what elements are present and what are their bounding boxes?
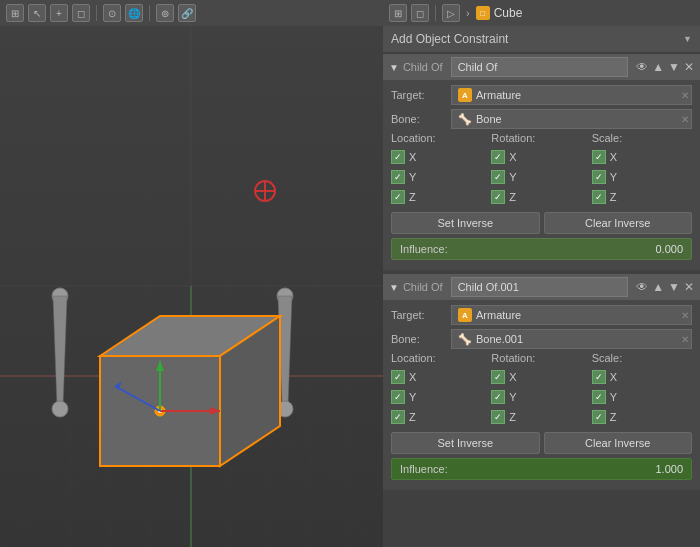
loc-z-cb-2[interactable] <box>391 410 405 424</box>
loc-y-label-1: Y <box>409 171 416 183</box>
scl-y-cb-1[interactable] <box>592 170 606 184</box>
influence-label-2: Influence: <box>392 463 456 475</box>
global-icon[interactable]: 🌐 <box>125 4 143 22</box>
rot-z-cb-2[interactable] <box>491 410 505 424</box>
constraint-name-input-2[interactable] <box>451 277 629 297</box>
loc-z-row-1: Z <box>391 188 491 206</box>
bone-input-2[interactable]: 🦴 Bone.001 ✕ <box>451 329 692 349</box>
target-clear-1[interactable]: ✕ <box>681 90 689 101</box>
scl-x-label-2: X <box>610 371 617 383</box>
bone-icon-2: 🦴 <box>458 333 472 346</box>
scl-y-row-1: Y <box>592 168 692 186</box>
target-input-2[interactable]: A Armature ✕ <box>451 305 692 325</box>
loc-x-cb-1[interactable] <box>391 150 405 164</box>
rotation-group-2: Rotation: X Y Z <box>491 352 591 426</box>
inverse-buttons-2: Set Inverse Clear Inverse <box>391 432 692 454</box>
constraint-collapse-1[interactable]: ▼ <box>389 62 399 73</box>
bone-label-2: Bone: <box>391 333 451 345</box>
panel-icon-2[interactable]: ◻ <box>411 4 429 22</box>
scl-z-cb-1[interactable] <box>592 190 606 204</box>
constraint-content-2: Target: A Armature ✕ Bone: 🦴 Bone.001 ✕ <box>383 300 700 490</box>
proportional-icon[interactable]: ⊚ <box>156 4 174 22</box>
constraint-collapse-2[interactable]: ▼ <box>389 282 399 293</box>
scl-y-row-2: Y <box>592 388 692 406</box>
loc-x-row-1: X <box>391 148 491 166</box>
scl-x-row-2: X <box>592 368 692 386</box>
panel-sep <box>435 5 436 21</box>
influence-row-1[interactable]: Influence: 0.000 <box>391 238 692 260</box>
svg-point-24 <box>52 401 68 417</box>
rot-z-label-1: Z <box>509 191 516 203</box>
loc-x-label-1: X <box>409 151 416 163</box>
clear-inverse-button-1[interactable]: Clear Inverse <box>544 212 693 234</box>
panel-icon-1[interactable]: ⊞ <box>389 4 407 22</box>
cube-label: Cube <box>494 6 523 20</box>
constraint-name-input-1[interactable] <box>451 57 629 77</box>
add-constraint-title: Add Object Constraint <box>391 32 508 46</box>
panel-nav-icon[interactable]: ▷ <box>442 4 460 22</box>
viewport-3d[interactable]: ⊞ ↖ + ◻ ⊙ 🌐 ⊚ 🔗 <box>0 0 383 547</box>
right-panel: ⊞ ◻ ▷ › □ Cube Add Object Constraint ▼ ▼… <box>383 0 700 547</box>
target-clear-2[interactable]: ✕ <box>681 310 689 321</box>
viewport-header: ⊞ ↖ + ◻ ⊙ 🌐 ⊚ 🔗 <box>0 0 383 26</box>
title-dropdown-arrow[interactable]: ▼ <box>683 34 692 44</box>
rot-z-cb-1[interactable] <box>491 190 505 204</box>
rot-x-cb-2[interactable] <box>491 370 505 384</box>
constraint-block-2: ▼ Child Of 👁 ▲ ▼ ✕ Target: A Armature ✕ … <box>383 274 700 490</box>
checkbox-section-2: Location: X Y Z Rotati <box>391 352 692 426</box>
constraint-header-1: ▼ Child Of 👁 ▲ ▼ ✕ <box>383 54 700 80</box>
scl-y-cb-2[interactable] <box>592 390 606 404</box>
view-icon[interactable]: ⊞ <box>6 4 24 22</box>
loc-y-cb-1[interactable] <box>391 170 405 184</box>
constraint-down-icon-1[interactable]: ▼ <box>668 60 680 74</box>
rot-y-cb-1[interactable] <box>491 170 505 184</box>
scale-label-2: Scale: <box>592 352 692 364</box>
scl-z-label-2: Z <box>610 411 617 423</box>
loc-z-label-2: Z <box>409 411 416 423</box>
armature-icon-2: A <box>458 308 472 322</box>
constraint-up-icon-2[interactable]: ▲ <box>652 280 664 294</box>
constraint-close-icon-1[interactable]: ✕ <box>684 60 694 74</box>
constraint-eye-icon-1[interactable]: 👁 <box>636 60 648 74</box>
add-constraint-bar: Add Object Constraint ▼ <box>383 26 700 52</box>
select-icon[interactable]: ↖ <box>28 4 46 22</box>
scl-y-label-1: Y <box>610 171 617 183</box>
cube-icon: □ <box>476 6 490 20</box>
scl-z-cb-2[interactable] <box>592 410 606 424</box>
target-value-1: Armature <box>476 89 521 101</box>
loc-x-label-2: X <box>409 371 416 383</box>
target-input-1[interactable]: A Armature ✕ <box>451 85 692 105</box>
scl-x-cb-2[interactable] <box>592 370 606 384</box>
bone-clear-2[interactable]: ✕ <box>681 334 689 345</box>
constraint-eye-icon-2[interactable]: 👁 <box>636 280 648 294</box>
snap-icon[interactable]: 🔗 <box>178 4 196 22</box>
bone-clear-1[interactable]: ✕ <box>681 114 689 125</box>
clear-inverse-button-2[interactable]: Clear Inverse <box>544 432 693 454</box>
rot-x-cb-1[interactable] <box>491 150 505 164</box>
scl-x-cb-1[interactable] <box>592 150 606 164</box>
loc-z-row-2: Z <box>391 408 491 426</box>
set-inverse-button-2[interactable]: Set Inverse <box>391 432 540 454</box>
pivot-icon[interactable]: ⊙ <box>103 4 121 22</box>
loc-y-row-2: Y <box>391 388 491 406</box>
loc-z-cb-1[interactable] <box>391 190 405 204</box>
rot-x-label-1: X <box>509 151 516 163</box>
set-inverse-button-1[interactable]: Set Inverse <box>391 212 540 234</box>
target-value-2: Armature <box>476 309 521 321</box>
scl-z-label-1: Z <box>610 191 617 203</box>
constraint-up-icon-1[interactable]: ▲ <box>652 60 664 74</box>
bone-input-1[interactable]: 🦴 Bone ✕ <box>451 109 692 129</box>
checkbox-section-1: Location: X Y Z Rotati <box>391 132 692 206</box>
influence-value-2: 1.000 <box>655 463 691 475</box>
influence-row-2[interactable]: Influence: 1.000 <box>391 458 692 480</box>
object-menu-icon[interactable]: ◻ <box>72 4 90 22</box>
separator-2 <box>149 5 150 21</box>
add-icon[interactable]: + <box>50 4 68 22</box>
loc-y-cb-2[interactable] <box>391 390 405 404</box>
bone-label-1: Bone: <box>391 113 451 125</box>
constraint-down-icon-2[interactable]: ▼ <box>668 280 680 294</box>
rot-y-cb-2[interactable] <box>491 390 505 404</box>
constraint-close-icon-2[interactable]: ✕ <box>684 280 694 294</box>
influence-label-1: Influence: <box>392 243 456 255</box>
loc-x-cb-2[interactable] <box>391 370 405 384</box>
